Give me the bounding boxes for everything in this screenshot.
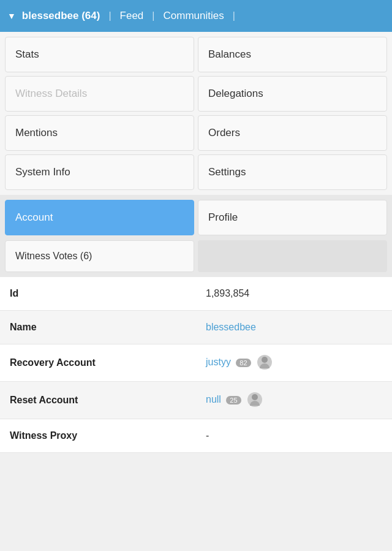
row-label-reset: Reset Account [0,382,196,419]
table-row: Recovery Account justyy 82 [0,344,392,382]
subtab-witness-votes[interactable]: Witness Votes (6) [5,240,194,272]
nav-btn-balances[interactable]: Balances [198,37,387,72]
nav-btn-delegations[interactable]: Delegations [198,76,387,112]
communities-link[interactable]: Communities [163,10,224,22]
name-link[interactable]: blessedbee [206,322,256,332]
separator-2: | [152,10,154,21]
nav-grid: Stats Balances Witness Details Delegatio… [0,32,392,195]
nav-btn-mentions[interactable]: Mentions [5,115,194,151]
subtab-section: Witness Votes (6) [0,240,392,277]
row-value-recovery: justyy 82 [196,344,392,382]
table-row: Witness Proxy - [0,419,392,453]
nav-btn-witness-details: Witness Details [5,76,194,112]
row-value-reset: null 25 [196,382,392,419]
table-row: Id 1,893,854 [0,277,392,311]
recovery-account-avatar-icon[interactable] [257,355,272,370]
row-label-witness-proxy: Witness Proxy [0,419,196,453]
reset-account-link[interactable]: null [206,394,221,405]
row-value-witness-proxy: - [196,419,392,453]
tab-account[interactable]: Account [5,200,194,235]
username-label[interactable]: blessedbee (64) [22,10,100,22]
header: ▼ blessedbee (64) | Feed | Communities | [0,0,392,32]
nav-btn-stats[interactable]: Stats [5,37,194,72]
tab-section: Account Profile [0,195,392,240]
row-value-id: 1,893,854 [196,277,392,311]
row-label-recovery: Recovery Account [0,344,196,382]
nav-btn-orders[interactable]: Orders [198,115,387,151]
separator-3: | [233,10,235,21]
dropdown-arrow-icon[interactable]: ▼ [7,11,16,21]
data-table: Id 1,893,854 Name blessedbee Recovery Ac… [0,277,392,453]
separator-1: | [108,10,111,21]
table-row: Name blessedbee [0,311,392,344]
row-label-id: Id [0,277,196,311]
feed-link[interactable]: Feed [120,10,144,22]
recovery-account-badge: 82 [236,359,251,367]
row-label-name: Name [0,311,196,344]
nav-btn-settings[interactable]: Settings [198,154,387,190]
tab-profile[interactable]: Profile [198,200,387,235]
table-row: Reset Account null 25 [0,382,392,419]
subtab-empty [198,240,387,272]
row-value-name[interactable]: blessedbee [196,311,392,344]
recovery-account-link[interactable]: justyy [206,357,231,367]
nav-btn-system-info[interactable]: System Info [5,154,194,190]
reset-account-avatar-icon[interactable] [247,392,262,407]
reset-account-badge: 25 [226,396,241,405]
